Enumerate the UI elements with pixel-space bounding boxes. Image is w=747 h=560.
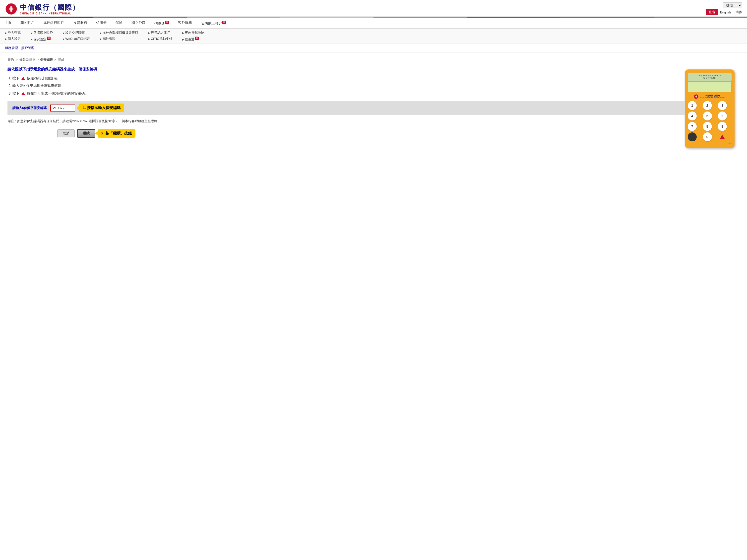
nav-badge-9: 新 [222, 21, 226, 24]
nav-item-5[interactable]: 保險 [111, 18, 127, 28]
english-lang-link[interactable]: English [720, 10, 731, 14]
nav-item-7[interactable]: 信港通新 [150, 18, 174, 28]
left-content: 請依照以下指示用您的保安編碼器來生成一個保安編碼 按下 按鈕2秒以打開設備。 輸… [7, 67, 685, 148]
logo-text-block: 中信銀行（國際） CHINA CITIC BANK INTERNATIONAL [20, 3, 80, 15]
nav-item-1[interactable]: 我的賬戶 [16, 18, 39, 28]
token-screen-label-1: For personal accounts [689, 74, 730, 77]
token-key-6[interactable]: 6 [718, 111, 727, 121]
service-breadcrumb: 服務管理 賬戶管理 [0, 44, 747, 53]
logo-main-text: 中信銀行（國際） [20, 3, 80, 12]
sub-nav-security-setting[interactable]: 保安設定新 [31, 36, 53, 42]
instruction-1: 按下 按鈕2秒以打開設備。 [12, 75, 685, 81]
step-sign: 簽約 [7, 58, 14, 61]
nav-item-4[interactable]: 信用卡 [92, 18, 111, 28]
triangle-icon-1 [21, 77, 25, 80]
header-right: 捷徑 登出 English | 簡体 [706, 2, 742, 15]
token-device-area: For personal accounts 個人戶口適用 中信銀行（國際 [685, 67, 740, 148]
page-title: 請依照以下指示用您的保安編碼器來生成一個保安編碼 [7, 67, 685, 72]
auth-row: 登出 English | 簡体 [706, 9, 742, 15]
account-management-link[interactable]: 賬戶管理 [21, 46, 34, 50]
chinese-lang-link[interactable]: 簡体 [736, 10, 742, 15]
header: 中信銀行（國際） CHINA CITIC BANK INTERNATIONAL … [0, 0, 747, 17]
page-content: 簽約 > 條款及細則 > 保安編碼 > 完成 請依照以下指示用您的保安編碼器來生… [0, 53, 747, 153]
triangle-icon-3 [21, 92, 25, 95]
sub-nav-login-pwd[interactable]: 登入密碼 [5, 31, 21, 35]
step-security-code: 保安編碼 [40, 58, 53, 61]
sub-nav-col-3: 設定交易限額 WeChat戶口綁定 [63, 31, 90, 42]
sub-nav-registered-accounts[interactable]: 已登記之賬戶 [148, 31, 172, 35]
token-key-4[interactable]: 4 [688, 111, 697, 121]
token-logo-main: 中信銀行（國際） [700, 94, 726, 97]
bank-logo-icon [5, 3, 18, 15]
sub-nav-citicpass[interactable]: 信港通新 [182, 36, 204, 42]
logout-button[interactable]: 登出 [706, 9, 718, 15]
svg-rect-3 [696, 95, 696, 98]
sub-nav-atm-limit[interactable]: 海外自動櫃員機提款限額 [100, 31, 138, 35]
security-setting-badge: 新 [47, 36, 51, 40]
logo-area: 中信銀行（國際） CHINA CITIC BANK INTERNATIONAL [5, 3, 80, 15]
token-key-black[interactable] [688, 132, 697, 141]
tooltip-1: 1. 按指示輸入保安編碼 [79, 104, 124, 112]
sub-nav-select-account[interactable]: 選擇網上賬戶 [31, 31, 53, 35]
sub-nav-wechat[interactable]: WeChat戶口綁定 [63, 36, 90, 41]
sub-nav-tx-limit[interactable]: 設定交易限額 [63, 31, 90, 35]
token-display-screen [688, 82, 731, 92]
shortcut-row: 捷徑 [723, 2, 742, 8]
input-section: 請輸入6位數字保安編碼 1. 按指示輸入保安編碼 [7, 101, 685, 115]
token-logo-sub: CHINA CITIC BANK INTERNATIONAL [700, 97, 726, 99]
nav-item-9[interactable]: 我的網上設定新 [197, 18, 231, 28]
nav-item-6[interactable]: 開立戶口 [127, 18, 150, 28]
instruction-2: 輸入您的保安編碼器密碼來解鎖。 [12, 83, 685, 88]
svg-rect-1 [10, 6, 12, 12]
logo-sub-text: CHINA CITIC BANK INTERNATIONAL [20, 12, 80, 15]
token-key-3[interactable]: 3 [718, 101, 727, 110]
token-logo: 中信銀行（國際） CHINA CITIC BANK INTERNATIONAL [688, 94, 731, 99]
triangle-up-icon [720, 135, 725, 139]
token-key-7[interactable]: 7 [688, 122, 697, 131]
sub-nav-personal-setting[interactable]: 個人設定 [5, 36, 21, 41]
note-text: 備註：如您對保安編碼器有任何疑問，請致電2287 6767(選擇語言後按"0"字… [7, 118, 685, 124]
step-breadcrumb: 簽約 > 條款及細則 > 保安編碼 > 完成 [7, 57, 740, 62]
cancel-button[interactable]: 取消 [57, 129, 75, 137]
continue-button[interactable]: 繼續 [77, 129, 95, 138]
security-code-input[interactable] [50, 105, 75, 111]
citicpass-badge: 新 [195, 36, 199, 40]
nav-item-0[interactable]: 主頁 [0, 18, 16, 28]
nav-badge-7: 新 [165, 21, 169, 24]
sub-nav: 登入密碼 個人設定 選擇網上賬戶 保安設定新 設定交易限額 WeChat戶口綁定… [0, 29, 747, 44]
nav-item-3[interactable]: 投資服務 [69, 18, 92, 28]
instruction-3: 按下 按鈕即可生成一個6位數字的保安編碼。 [12, 90, 685, 96]
token-key-2[interactable]: 2 [703, 101, 712, 110]
service-management-link[interactable]: 服務管理 [5, 46, 18, 50]
sub-nav-change-email[interactable]: 更改電郵地址 [182, 31, 204, 35]
token-key-triangle[interactable] [718, 132, 727, 141]
token-key-0[interactable]: 0 [703, 132, 712, 141]
content-area: 請依照以下指示用您的保安編碼器來生成一個保安編碼 按下 按鈕2秒以打開設備。 輸… [7, 67, 740, 148]
nav-item-8[interactable]: 客戶服務 [174, 18, 197, 28]
input-label: 請輸入6位數字保安編碼 [12, 106, 47, 110]
sub-nav-col-5: 已登記之賬戶 CITIC流動支付 [148, 31, 172, 42]
token-set-label: Set [688, 142, 731, 144]
token-key-5[interactable]: 5 [703, 111, 712, 121]
token-key-9[interactable]: 9 [718, 122, 727, 131]
token-device: For personal accounts 個人戶口適用 中信銀行（國際 [685, 70, 735, 148]
token-keypad: 1 2 3 4 5 6 7 8 9 0 [688, 101, 731, 141]
tooltip-2: 2. 按「繼續」按鈕 [98, 129, 135, 138]
shortcut-select[interactable]: 捷徑 [723, 2, 742, 8]
sub-nav-citic-pay[interactable]: CITIC流動支付 [148, 36, 172, 41]
token-key-8[interactable]: 8 [703, 122, 712, 131]
step-complete: 完成 [58, 58, 64, 61]
lang-separator: | [733, 10, 733, 14]
token-logo-icon [694, 94, 699, 99]
button-row: 取消 繼續 2. 按「繼續」按鈕 [57, 129, 685, 138]
token-screen-label-2: 個人戶口適用 [689, 77, 730, 80]
nav-item-2[interactable]: 處理銀行賬戶 [39, 18, 69, 28]
instructions-list: 按下 按鈕2秒以打開設備。 輸入您的保安編碼器密碼來解鎖。 按下 按鈕即可生成一… [12, 75, 685, 96]
token-key-1[interactable]: 1 [688, 101, 697, 110]
step-terms: 條款及細則 [20, 58, 35, 61]
sub-nav-col-2: 選擇網上賬戶 保安設定新 [31, 31, 53, 42]
sub-nav-col-6: 更改電郵地址 信港通新 [182, 31, 204, 42]
sub-nav-fingerprint[interactable]: 指紋查賬 [100, 36, 138, 41]
sub-nav-col-1: 登入密碼 個人設定 [5, 31, 21, 42]
main-nav: 主頁我的賬戶處理銀行賬戶投資服務信用卡保險開立戶口信港通新客戶服務我的網上設定新 [0, 18, 747, 29]
